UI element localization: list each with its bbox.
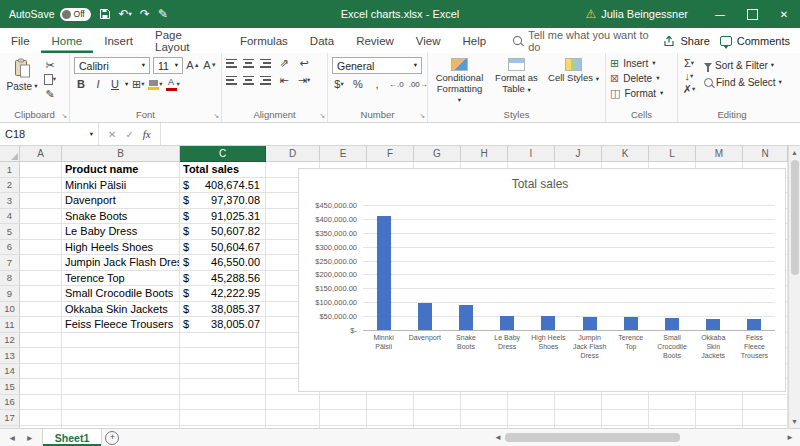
- number-format-combo[interactable]: General▾: [332, 57, 422, 74]
- cut-button[interactable]: ✂: [43, 59, 57, 71]
- cell-C9[interactable]: $42,222.95: [180, 286, 266, 302]
- cell-B9[interactable]: Small Crocodile Boots: [62, 286, 180, 302]
- column-header-C[interactable]: C: [180, 146, 266, 162]
- cell-A2[interactable]: [20, 178, 62, 194]
- cell-H17[interactable]: [461, 410, 508, 426]
- cell-G18[interactable]: [414, 426, 461, 429]
- cell-M16[interactable]: [696, 395, 743, 411]
- horizontal-scroll-track[interactable]: [505, 432, 783, 444]
- bar-le-baby-dress[interactable]: [500, 316, 514, 330]
- autosave-toggle[interactable]: AutoSave Off: [9, 8, 91, 21]
- cell-C10[interactable]: $38,085.37: [180, 302, 266, 318]
- account-warning-icon[interactable]: ⚠: [585, 7, 596, 21]
- tab-home[interactable]: Home: [41, 28, 94, 53]
- align-left-icon[interactable]: [226, 76, 237, 85]
- cell-N18[interactable]: [743, 426, 788, 429]
- bar-terence-top[interactable]: [624, 317, 638, 330]
- cell-C16[interactable]: [180, 395, 266, 411]
- cell-B8[interactable]: Terence Top: [62, 271, 180, 287]
- cell-A10[interactable]: [20, 302, 62, 318]
- middle-align-icon[interactable]: [243, 59, 254, 68]
- format-cells-button[interactable]: ◫Format▾: [610, 86, 673, 101]
- wrap-text-button[interactable]: ↩: [297, 57, 311, 69]
- autosave-switch[interactable]: Off: [60, 8, 91, 21]
- cell-B1[interactable]: Product name: [62, 162, 180, 178]
- cell-C5[interactable]: $50,607.82: [180, 224, 266, 240]
- column-header-G[interactable]: G: [414, 146, 461, 162]
- column-header-K[interactable]: K: [602, 146, 649, 162]
- row-header-1[interactable]: 1: [0, 162, 20, 178]
- insert-cells-button[interactable]: ⊞Insert▾: [610, 56, 673, 71]
- column-header-B[interactable]: B: [62, 146, 180, 162]
- cell-E16[interactable]: [320, 395, 367, 411]
- cell-L16[interactable]: [649, 395, 696, 411]
- bar-minnki-pälsii[interactable]: [377, 216, 391, 330]
- cell-I18[interactable]: [508, 426, 555, 429]
- row-header-2[interactable]: 2: [0, 178, 20, 194]
- column-header-H[interactable]: H: [461, 146, 508, 162]
- row-header-14[interactable]: 14: [0, 364, 20, 380]
- cell-M18[interactable]: [696, 426, 743, 429]
- font-size-combo[interactable]: 11▾: [153, 57, 183, 74]
- cell-K17[interactable]: [602, 410, 649, 426]
- cell-D16[interactable]: [266, 395, 320, 411]
- number-dialog-launcher-icon[interactable]: ↘: [419, 112, 425, 120]
- find-select-button[interactable]: Find & Select▾: [704, 75, 782, 90]
- row-header-4[interactable]: 4: [0, 209, 20, 225]
- cell-E17[interactable]: [320, 410, 367, 426]
- currency-format-button[interactable]: $▾: [332, 78, 346, 90]
- font-name-combo[interactable]: Calibri▾: [74, 57, 150, 74]
- cell-H16[interactable]: [461, 395, 508, 411]
- cell-C11[interactable]: $38,005.07: [180, 317, 266, 333]
- italic-button[interactable]: I: [91, 78, 105, 90]
- column-header-M[interactable]: M: [696, 146, 743, 162]
- scroll-up-icon[interactable]: ▲: [791, 146, 798, 159]
- cell-G17[interactable]: [414, 410, 461, 426]
- cell-B4[interactable]: Snake Boots: [62, 209, 180, 225]
- cell-K16[interactable]: [602, 395, 649, 411]
- cell-A9[interactable]: [20, 286, 62, 302]
- cell-A13[interactable]: [20, 348, 62, 364]
- cell-C13[interactable]: [180, 348, 266, 364]
- share-button[interactable]: Share: [663, 35, 709, 47]
- cell-A6[interactable]: [20, 240, 62, 256]
- font-dialog-launcher-icon[interactable]: ↘: [213, 112, 219, 120]
- tab-formulas[interactable]: Formulas: [229, 28, 299, 53]
- close-button[interactable]: ✕: [768, 0, 800, 28]
- row-header-17[interactable]: 17: [0, 410, 20, 426]
- row-header-16[interactable]: 16: [0, 395, 20, 411]
- column-header-F[interactable]: F: [367, 146, 414, 162]
- cell-A8[interactable]: [20, 271, 62, 287]
- column-header-L[interactable]: L: [649, 146, 696, 162]
- comments-button[interactable]: Comments: [720, 35, 790, 47]
- row-header-12[interactable]: 12: [0, 333, 20, 349]
- alignment-dialog-launcher-icon[interactable]: ↘: [319, 112, 325, 120]
- cell-A1[interactable]: [20, 162, 62, 178]
- cell-C2[interactable]: $408,674.51: [180, 178, 266, 194]
- top-align-icon[interactable]: [226, 59, 237, 68]
- scroll-right-icon[interactable]: ►: [783, 433, 797, 442]
- copy-button[interactable]: ▾: [43, 74, 57, 85]
- bold-button[interactable]: B: [74, 78, 88, 90]
- cell-M17[interactable]: [696, 410, 743, 426]
- cell-C17[interactable]: [180, 410, 266, 426]
- align-center-icon[interactable]: [243, 76, 254, 85]
- undo-button[interactable]: ↶▾: [119, 8, 132, 20]
- column-header-D[interactable]: D: [266, 146, 320, 162]
- cell-A16[interactable]: [20, 395, 62, 411]
- cell-A3[interactable]: [20, 193, 62, 209]
- cell-L18[interactable]: [649, 426, 696, 429]
- tell-me-search[interactable]: Tell me what you want to do: [513, 28, 663, 53]
- align-right-icon[interactable]: [260, 76, 271, 85]
- fill-button[interactable]: ↓▾: [682, 70, 696, 82]
- underline-button[interactable]: U: [108, 78, 122, 90]
- cell-B10[interactable]: Okkaba Skin Jackets: [62, 302, 180, 318]
- bar-high-heels-shoes[interactable]: [541, 316, 555, 330]
- cell-N16[interactable]: [743, 395, 788, 411]
- tab-insert[interactable]: Insert: [93, 28, 144, 53]
- cell-K18[interactable]: [602, 426, 649, 429]
- cell-F17[interactable]: [367, 410, 414, 426]
- cell-C6[interactable]: $50,604.67: [180, 240, 266, 256]
- formula-input[interactable]: [161, 123, 800, 145]
- cell-B5[interactable]: Le Baby Dress: [62, 224, 180, 240]
